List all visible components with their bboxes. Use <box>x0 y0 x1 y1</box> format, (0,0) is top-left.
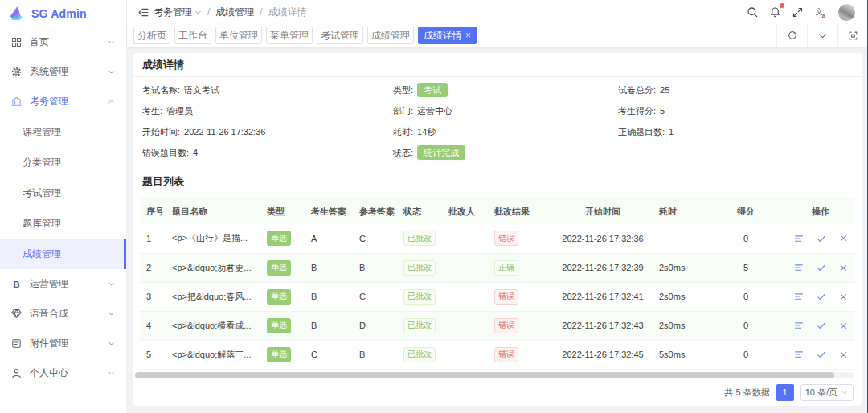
detail-item: 考生:管理员 <box>142 100 393 121</box>
row-detail-icon[interactable] <box>788 233 810 244</box>
sidebar-item-exam-affairs[interactable]: 考务管理 <box>0 87 126 117</box>
row-close-icon[interactable] <box>833 350 854 360</box>
cell-result: 错误 <box>488 340 553 369</box>
logo[interactable]: SG Admin <box>0 0 126 27</box>
sidebar-subitem-course[interactable]: 课程管理 <box>0 117 126 147</box>
cell-status: 已批改 <box>397 253 442 282</box>
row-close-icon[interactable] <box>833 263 854 273</box>
detail-label: 正确题目数: <box>618 126 665 138</box>
bell-icon[interactable] <box>769 6 781 18</box>
horizontal-scrollbar-track[interactable] <box>135 372 854 378</box>
page-size-select[interactable]: 10 条/页 <box>800 384 854 401</box>
cell-grader <box>442 253 488 282</box>
main-area: 考务管理 / 成绩管理 / 成绩详情 文A 分析页工作台单位管理菜单管理考试管理… <box>127 0 868 413</box>
sidebar-item-system[interactable]: 系统管理 <box>0 57 126 87</box>
fullscreen-icon[interactable] <box>792 6 804 18</box>
detail-badge: 统计完成 <box>417 145 465 161</box>
cell-question-name: <p>《山行》是描... <box>166 224 260 253</box>
row-check-icon[interactable] <box>810 320 833 331</box>
row-close-icon[interactable] <box>833 233 854 243</box>
tab-workbench[interactable]: 工作台 <box>174 27 211 44</box>
status-tag: 已批改 <box>403 347 436 362</box>
row-detail-icon[interactable] <box>788 349 810 360</box>
detail-value: 25 <box>660 85 669 95</box>
search-icon[interactable] <box>746 6 759 18</box>
breadcrumb-separator: / <box>207 6 210 18</box>
page-1-button[interactable]: 1 <box>776 384 794 401</box>
question-table: 序号题目名称类型考生答案参考答案状态批改人批改结果开始时间耗时得分操作 1<p>… <box>140 198 855 370</box>
result-tag: 错误 <box>494 318 518 333</box>
tab-exam[interactable]: 考试管理 <box>317 27 363 44</box>
breadcrumb-item-3: 成绩详情 <box>268 6 307 19</box>
row-close-icon[interactable] <box>833 321 854 331</box>
menu-fold-icon[interactable] <box>137 6 149 18</box>
tab-score[interactable]: 成绩管理 <box>367 27 414 44</box>
sidebar-item-voice[interactable]: 语音合成 <box>0 299 126 329</box>
type-tag: 单选 <box>267 260 291 276</box>
row-close-icon[interactable] <box>833 292 854 302</box>
cell-grader <box>442 311 488 340</box>
detail-value: 语文考试 <box>184 84 219 96</box>
sidebar-subitem-question-bank[interactable]: 题库管理 <box>0 208 126 239</box>
result-tag: 错误 <box>494 289 518 305</box>
cell-seq: 2 <box>140 253 166 282</box>
row-check-icon[interactable] <box>810 291 833 302</box>
content-fullscreen-icon[interactable] <box>837 24 868 47</box>
detail-label: 考生: <box>142 105 162 117</box>
detail-value: 4 <box>193 148 198 157</box>
detail-label: 耗时: <box>393 126 413 138</box>
sidebar-item-label: 语音合成 <box>30 307 100 321</box>
chevron-down-icon[interactable] <box>807 24 837 47</box>
avatar[interactable] <box>838 4 855 21</box>
row-check-icon[interactable] <box>810 349 833 360</box>
row-detail-icon[interactable] <box>788 320 810 331</box>
tab-close-icon[interactable]: × <box>465 31 471 40</box>
detail-item: 部门:运营中心 <box>393 100 618 121</box>
tab-score-detail[interactable]: 成绩详情× <box>418 27 477 44</box>
sidebar-subitem-score[interactable]: 成绩管理 <box>0 239 126 269</box>
result-tag: 正确 <box>494 260 518 276</box>
sidebar-item-home[interactable]: 首页 <box>0 27 126 57</box>
breadcrumb-item-2[interactable]: 成绩管理 <box>215 6 254 19</box>
tab-actions <box>776 24 868 47</box>
table-row: 3<p>把&ldquo;春风...单选BC已批改错误2022-11-26 17:… <box>140 282 855 311</box>
sidebar-menu: 首页系统管理考务管理课程管理分类管理考试管理题库管理成绩管理B运营管理语音合成附… <box>0 27 126 388</box>
detail-value: 运营中心 <box>417 105 452 117</box>
cell-score: 0 <box>706 311 786 340</box>
translate-icon[interactable]: 文A <box>814 6 828 19</box>
score-details: 考试名称:语文考试考生:管理员开始时间:2022-11-26 17:32:36错… <box>133 77 862 163</box>
tab-analysis[interactable]: 分析页 <box>133 27 170 44</box>
cell-score: 0 <box>706 224 786 253</box>
cell-student-answer: B <box>305 253 353 282</box>
refresh-icon[interactable] <box>776 24 807 47</box>
top-navbar: 考务管理 / 成绩管理 / 成绩详情 文A <box>127 0 868 24</box>
cell-status: 已批改 <box>397 340 442 369</box>
detail-label: 开始时间: <box>142 126 180 138</box>
row-detail-icon[interactable] <box>788 291 810 302</box>
detail-label: 状态: <box>393 147 413 159</box>
page-size-value: 10 条/页 <box>805 386 837 399</box>
sidebar-subitem-category[interactable]: 分类管理 <box>0 147 126 178</box>
cell-duration: 5s0ms <box>653 340 706 369</box>
sidebar-item-label: 系统管理 <box>30 65 100 79</box>
tab-label: 菜单管理 <box>270 29 309 43</box>
breadcrumb-item-1[interactable]: 考务管理 <box>154 6 202 19</box>
row-check-icon[interactable] <box>810 233 833 244</box>
horizontal-scrollbar-thumb[interactable] <box>135 372 834 378</box>
row-detail-icon[interactable] <box>788 262 810 273</box>
sidebar-item-attachment[interactable]: 附件管理 <box>0 329 126 358</box>
cell-seq: 3 <box>140 282 166 311</box>
sidebar-subitem-exam[interactable]: 考试管理 <box>0 178 126 208</box>
sidebar-item-profile[interactable]: 个人中心 <box>0 358 126 388</box>
tab-menu[interactable]: 菜单管理 <box>266 27 313 44</box>
sidebar-item-operation[interactable]: B运营管理 <box>0 269 126 299</box>
cell-type: 单选 <box>260 282 305 311</box>
cell-question-name: <p>&ldquo;劝君更... <box>166 253 260 282</box>
tab-unit[interactable]: 单位管理 <box>215 27 262 44</box>
row-check-icon[interactable] <box>810 262 833 273</box>
cell-start-time: 2022-11-26 17:32:39 <box>553 253 653 282</box>
content-area: 成绩详情 考试名称:语文考试考生:管理员开始时间:2022-11-26 17:3… <box>127 47 868 413</box>
sidebar-item-label: 考务管理 <box>30 95 100 108</box>
detail-value: 14秒 <box>417 126 436 138</box>
gem-icon <box>10 308 23 320</box>
